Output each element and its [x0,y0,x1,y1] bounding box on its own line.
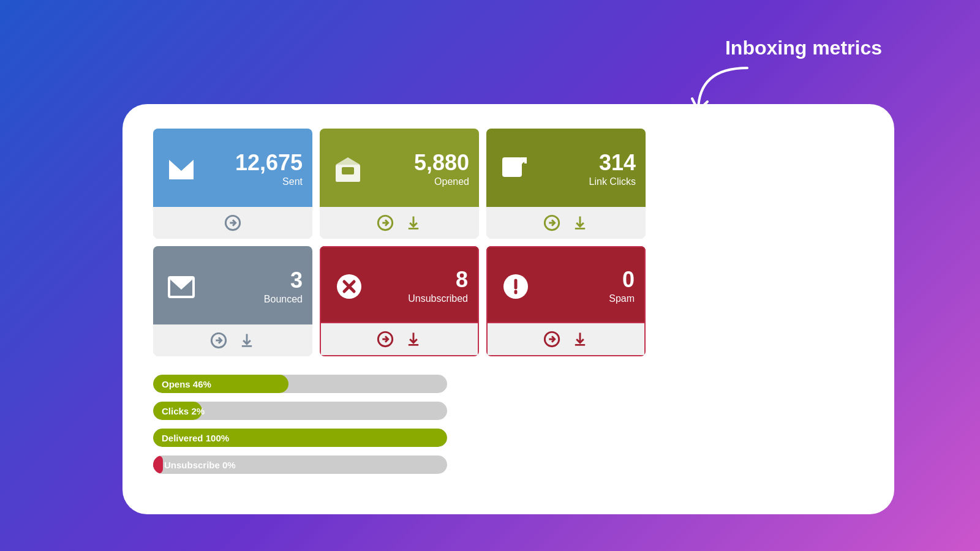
bounced-arrow-icon[interactable] [209,331,228,350]
progress-row-delivered: Delivered 100% [153,429,864,447]
bounced-value: 3 [290,269,303,291]
metric-top-spam: 0 Spam [486,246,646,323]
metric-top-bounced: 3 Bounced [153,246,312,324]
white-card: 12,675 Sent [123,104,894,514]
metric-card-unsubscribed: 8 Unsubscribed [320,246,479,356]
progress-bar-clicks: Clicks 2% [153,402,447,420]
progress-bar-unsubscribe: Unsubscribe 0% [153,455,447,474]
opened-download-icon[interactable] [404,213,423,233]
metric-bottom-spam [486,323,646,356]
outer-container: Inboxing metrics 12,675 Sent [61,24,919,527]
spam-download-icon[interactable] [570,329,590,349]
bounced-download-icon[interactable] [237,331,257,350]
sent-value: 12,675 [235,152,303,174]
sent-arrow-icon[interactable] [223,213,243,233]
envelope-icon [163,151,200,188]
progress-fill-opens: Opens 46% [153,375,288,393]
metric-top-unsubscribed: 8 Unsubscribed [320,246,479,323]
metrics-grid: 12,675 Sent [153,129,864,356]
spam-label: Spam [609,293,635,304]
metric-bottom-sent [153,207,312,239]
spam-value: 0 [622,269,635,291]
exclamation-circle-icon [497,268,534,305]
heading-title: Inboxing metrics [725,37,882,59]
link-clicks-download-icon[interactable] [570,213,590,233]
progress-label-clicks: Clicks [162,406,189,416]
progress-percent-clicks: 2% [191,406,205,416]
metric-card-spam: 0 Spam [486,246,646,356]
spam-arrow-icon[interactable] [542,329,562,349]
progress-percent-opens: 46% [193,379,211,389]
progress-bar-opens: Opens 46% [153,375,447,393]
opened-arrow-icon[interactable] [375,213,395,233]
metric-info-unsubscribed: 8 Unsubscribed [375,269,468,304]
progress-fill-delivered: Delivered 100% [153,429,447,447]
unsubscribed-label: Unsubscribed [408,293,468,304]
metric-top-link-clicks: 314 Link Clicks [486,129,646,207]
bounced-envelope-icon [163,269,200,305]
metric-info-sent: 12,675 Sent [207,152,303,187]
svg-rect-6 [342,167,354,174]
external-link-icon [496,151,533,188]
metric-top-opened: 5,880 Opened [320,129,479,207]
progress-row-clicks: Clicks 2% [153,402,864,420]
progress-label-opens: Opens [162,379,190,389]
metric-info-link-clicks: 314 Link Clicks [540,152,636,187]
metric-bottom-opened [320,207,479,239]
metric-card-sent: 12,675 Sent [153,129,312,239]
bounced-label: Bounced [264,294,303,305]
unsubscribed-download-icon[interactable] [404,329,423,349]
metric-info-spam: 0 Spam [541,269,635,304]
x-circle-icon [331,268,368,305]
envelope-open-icon [330,151,366,188]
metric-bottom-link-clicks [486,207,646,239]
opened-label: Opened [434,176,469,187]
metric-top-sent: 12,675 Sent [153,129,312,207]
metric-card-link-clicks: 314 Link Clicks [486,129,646,239]
progress-row-opens: Opens 46% [153,375,864,393]
metric-bottom-bounced [153,324,312,356]
progress-fill-unsubscribe [153,455,163,474]
link-clicks-arrow-icon[interactable] [542,213,562,233]
svg-marker-5 [336,157,360,165]
progress-bar-delivered: Delivered 100% [153,429,447,447]
unsubscribed-value: 8 [456,269,468,291]
metric-info-bounced: 3 Bounced [207,269,303,305]
unsubscribed-arrow-icon[interactable] [375,329,395,349]
link-clicks-value: 314 [599,152,636,174]
progress-section: Opens 46% Clicks 2% Delivered 100% [153,375,864,474]
progress-fill-clicks: Clicks 2% [153,402,202,420]
sent-label: Sent [282,176,303,187]
metric-info-opened: 5,880 Opened [374,152,469,187]
metric-card-opened: 5,880 Opened [320,129,479,239]
progress-label-unsubscribe: Unsubscribe 0% [164,460,236,470]
progress-label-delivered: Delivered [162,433,203,443]
progress-percent-delivered: 100% [206,433,229,443]
link-clicks-label: Link Clicks [589,176,636,187]
metric-bottom-unsubscribed [320,323,479,356]
metric-card-bounced: 3 Bounced [153,246,312,356]
opened-value: 5,880 [414,152,469,174]
progress-row-unsubscribe: Unsubscribe 0% [153,455,864,474]
